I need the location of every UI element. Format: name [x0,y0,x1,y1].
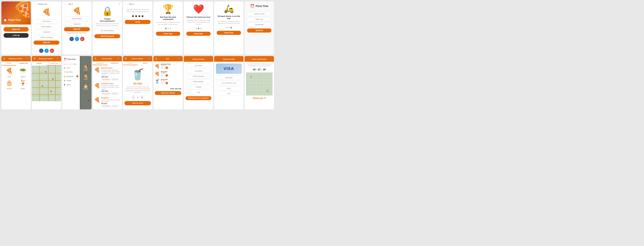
cart-icon[interactable]: 🛒 [26,57,29,60]
address-input[interactable] [186,80,211,84]
map-pin-4[interactable]: 📍 [50,91,52,93]
confirm-password-input[interactable] [34,35,59,40]
cart-item-margarita: 🍕 Margarita 90 UAH − 1 + [154,70,182,78]
sidebar-notifications[interactable]: 🔔 Notifications 1 [62,74,80,79]
sidebar-right-choose[interactable]: 🍕 Choose [83,65,88,71]
register-signup-button[interactable]: SIGN UP [34,41,59,45]
add-to-cart-button[interactable]: ADD TO CART [124,101,151,105]
last-name-input[interactable] [186,69,211,73]
food-item-snacks[interactable]: 🥗 Snacks [17,67,29,78]
increase-margarita[interactable]: + [166,74,168,77]
add-ingredients-button-1[interactable]: Add ingredients [101,78,111,80]
size-large-tab[interactable]: Large 40 cm [92,61,107,65]
qty-increase-button[interactable]: + [140,95,144,99]
dot-3 [170,28,171,29]
increase-cola[interactable]: + [166,82,168,84]
close-button[interactable]: ✕ [119,3,120,5]
tab-location-map[interactable]: Location map [46,61,61,66]
add-ingredients-button-2[interactable]: Add ingredients [101,93,111,95]
hamburger-icon[interactable]: ☰ [3,58,5,60]
twitter-button[interactable]: t [44,49,49,53]
search-button[interactable]: SEARCH [247,29,272,33]
tab-location-map[interactable]: Location map [16,61,31,66]
city-input[interactable] [186,90,211,94]
food-item-pizza[interactable]: 🍕 Pizza [3,67,16,78]
phone-input[interactable] [186,74,211,78]
sidebar-header: ⏰ Pizza Time [62,56,80,63]
back-icon[interactable]: ← [64,3,67,5]
restaurant-map-header: ☰ Restaurant choice 🛒 [32,56,61,61]
size-500-tab[interactable]: 500 ml [138,61,152,65]
decrease-margarita[interactable]: − [161,74,163,77]
cart-icon[interactable]: 🛒 [148,57,150,60]
order-now-button[interactable]: Order Now [217,31,241,35]
decrease-cola[interactable]: − [161,82,163,84]
hamburger-icon[interactable]: ☰ [125,58,127,60]
first-name-input[interactable] [186,64,211,68]
cart-list: 🍕 Bavarian Pizza 160 UAH − 1 + 🍕 Margari… [154,61,183,86]
map-area[interactable]: 📍 📍 📍 📍 [32,66,61,101]
food-item-dessert[interactable]: 🎂 Dessert [3,79,16,90]
google-button[interactable]: g+ [80,37,84,41]
hamburger-icon[interactable]: ☰ [34,58,36,60]
signin-email-input[interactable] [64,17,90,21]
cart-icon[interactable]: 🛒 [56,57,59,60]
city-select[interactable] [247,17,272,21]
username-input[interactable] [34,19,59,24]
add-to-cart-button-2[interactable]: Add to cart [112,93,119,95]
cart-icon[interactable]: 🛒 [117,57,120,60]
hamburger-icon[interactable]: ☰ [94,58,96,60]
signup-button[interactable]: SIGN UP [4,27,28,32]
signin-signup-button[interactable]: SIGN UP [64,27,90,31]
send-password-button[interactable]: Send Password [94,34,120,38]
tab-choose[interactable]: Choose [2,61,16,66]
sidebar-right-dessert[interactable]: 🎂 Dessert [83,84,88,90]
sidebar-logout[interactable]: 🚪 Logout [62,83,80,87]
social-buttons: f t g+ [64,37,90,41]
cvv-input[interactable] [216,92,242,96]
signin-password-input[interactable] [64,22,90,26]
card-number-input[interactable] [216,81,242,85]
map-pin-2[interactable]: 📍 [51,78,54,81]
facebook-button[interactable]: f [39,49,43,53]
order-now-button[interactable]: Order Now [156,32,180,36]
process-payment-button[interactable]: PROCESS TO PLAYMENTS [186,96,211,100]
food-item-drinks[interactable]: 🍹 Drinks [17,79,29,90]
decrease-bavarian[interactable]: − [161,67,163,69]
country-input[interactable] [186,85,211,89]
email-input[interactable] [34,25,59,29]
add-ingredients-button-3[interactable]: Add ingredients [101,105,111,107]
restaurants-input[interactable] [247,23,272,27]
country-select[interactable] [247,12,272,16]
verify-button[interactable]: Verify [125,20,150,24]
sidebar-right-pizza[interactable]: 🍕 Pizza [84,74,88,80]
process-order-button[interactable]: PROCESS ORDER [155,91,181,95]
full-name-input[interactable] [216,76,242,80]
add-to-cart-button-1[interactable]: Add to cart [112,78,119,80]
qty-decrease-button[interactable]: − [131,95,135,99]
forgot-touch-link[interactable]: Touch here. [79,32,86,34]
increase-bavarian[interactable]: + [166,67,168,69]
login-button[interactable]: LOG IN [4,33,28,38]
hamburger-icon[interactable]: ☰ [155,58,157,60]
expiry-input[interactable] [216,86,242,91]
change-location-link[interactable]: Change [72,64,77,65]
password-input[interactable] [34,30,59,34]
tab-choose[interactable]: Choose [32,61,46,66]
back-icon[interactable]: ← [125,3,128,5]
order-now-button[interactable]: Order Now [186,32,211,36]
sidebar-orders[interactable]: 📋 My Orders [62,70,80,74]
map-pin-3[interactable]: 📍 [41,85,44,88]
sidebar-home[interactable]: 🏠 Home [62,66,80,70]
twitter-button[interactable]: t [75,37,79,41]
google-button[interactable]: g+ [50,49,54,53]
back-icon[interactable]: ← [34,3,37,5]
size-300-tab[interactable]: 300 ml [123,61,138,65]
cart-icon[interactable]: 🛒 [178,57,181,60]
sidebar-settings[interactable]: ⚙️ Settings [62,79,80,83]
forgot-email-input[interactable] [94,29,120,33]
facebook-button[interactable]: f [70,37,74,41]
map-pin-1[interactable]: 📍 [44,71,47,74]
size-small-tab[interactable]: Small 30 cm [107,61,122,65]
add-to-cart-button-3[interactable]: Add to cart [112,105,119,107]
